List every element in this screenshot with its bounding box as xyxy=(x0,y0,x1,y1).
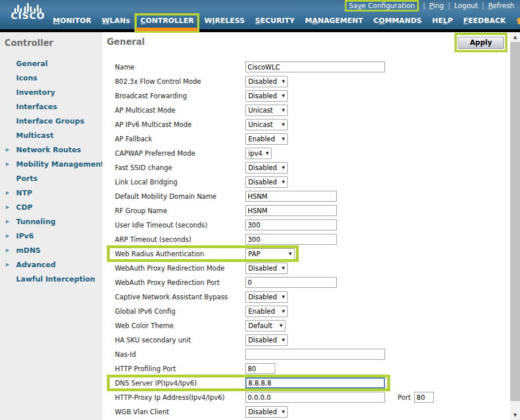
select-broadcast-forwarding[interactable]: Disabled▼ xyxy=(245,90,288,102)
chevron-down-icon: ▼ xyxy=(282,309,285,314)
sidebar-item-ipv6[interactable]: ▶IPv6 xyxy=(0,229,102,243)
tab-help[interactable]: HELP xyxy=(432,16,453,25)
input-user-idle-timeout-seconds[interactable] xyxy=(245,219,337,230)
main-content: General Apply Name802.3x Flow Control Mo… xyxy=(102,32,510,420)
apply-button[interactable]: Apply xyxy=(458,37,504,49)
input-nas-id[interactable] xyxy=(245,349,385,360)
sidebar-item-label: Multicast xyxy=(16,131,53,140)
select-value: Disabled xyxy=(248,336,277,344)
utility-links: Save Configuration|Ping|Logout|Refresh xyxy=(345,2,514,10)
sidebar-item-lawful-interception[interactable]: Lawful Interception xyxy=(0,272,102,286)
select-ap-fallback[interactable]: Enabled▼ xyxy=(245,133,288,145)
sidebar-item-inventory[interactable]: Inventory xyxy=(0,85,102,99)
tab-wlans[interactable]: WLANs xyxy=(102,16,130,25)
expand-arrow-icon[interactable]: ▶ xyxy=(6,142,9,157)
select-captive-network-assistant-bypass[interactable]: Disabled▼ xyxy=(245,291,288,303)
sidebar-item-ntp[interactable]: ▶NTP xyxy=(0,186,102,200)
chevron-down-icon: ▼ xyxy=(282,94,285,98)
select-web-radius-authentication[interactable]: PAP▼ xyxy=(245,248,295,260)
expand-arrow-icon[interactable]: ▶ xyxy=(6,257,9,272)
sidebar-item-interface-groups[interactable]: Interface Groups xyxy=(0,114,102,128)
input-arp-timeout-seconds[interactable] xyxy=(245,234,337,245)
utility-link-logout[interactable]: Logout xyxy=(454,2,478,10)
tab-feedback[interactable]: FEEDBACK xyxy=(463,16,506,25)
utility-separator: | xyxy=(423,2,425,10)
sidebar-item-multicast[interactable]: Multicast xyxy=(0,128,102,142)
input-dns-server-ip-ipv4-ipv6[interactable] xyxy=(245,377,385,388)
tab-wireless[interactable]: WIRELESS xyxy=(204,16,245,25)
select-link-local-bridging[interactable]: Disabled▼ xyxy=(245,176,288,188)
sidebar-item-mobility-management[interactable]: ▶Mobility Management xyxy=(0,157,102,171)
select-value: Unicast xyxy=(248,121,273,129)
select-webauth-proxy-redirection-mode[interactable]: Disabled▼ xyxy=(245,263,288,274)
expand-arrow-icon[interactable]: ▶ xyxy=(6,214,9,229)
input-http-proxy-ip-address-ipv4-ipv6[interactable] xyxy=(245,392,385,403)
expand-arrow-icon[interactable]: ▶ xyxy=(6,186,9,200)
scroll-up-icon[interactable]: ▲ xyxy=(510,32,520,42)
input-default-mobility-domain-name[interactable] xyxy=(245,191,337,202)
select-fast-ssid-change[interactable]: Disabled▼ xyxy=(245,162,288,174)
utility-link-refresh[interactable]: Refresh xyxy=(488,2,514,10)
select-value: Disabled xyxy=(248,178,277,186)
sidebar-title: Controller xyxy=(0,32,102,48)
select-ap-ipv6-multicast-mode[interactable]: Unicast▼ xyxy=(245,119,288,130)
select-ha-sku-secondary-unit[interactable]: Disabled▼ xyxy=(245,334,288,346)
input-http-proxy-ip-address-ipv4-ipv6-port[interactable] xyxy=(414,392,434,403)
select-capwap-preferred-mode[interactable]: ipv4▼ xyxy=(245,148,272,159)
field-label: HA SKU secondary unit xyxy=(115,336,245,344)
sidebar-item-ports[interactable]: Ports xyxy=(0,171,102,186)
scrollbar-thumb[interactable] xyxy=(510,42,520,401)
sidebar-item-tunneling[interactable]: ▶Tunneling xyxy=(0,214,102,229)
sidebar-item-general[interactable]: General xyxy=(0,56,102,71)
sidebar-item-label: mDNS xyxy=(16,246,41,255)
sidebar-item-network-routes[interactable]: ▶Network Routes xyxy=(0,142,102,157)
input-http-profiling-port[interactable] xyxy=(245,363,275,374)
field-label: AP Fallback xyxy=(115,135,245,143)
app-header: CISCO Save Configuration|Ping|Logout|Ref… xyxy=(0,0,520,32)
field-label: 802.3x Flow Control Mode xyxy=(115,78,245,86)
expand-arrow-icon[interactable]: ▶ xyxy=(6,157,9,171)
sidebar-item-label: Network Routes xyxy=(16,145,81,154)
tab-management[interactable]: MANAGEMENT xyxy=(305,16,363,25)
select-wgb-vlan-client[interactable]: Disabled▼ xyxy=(245,406,288,418)
expand-arrow-icon[interactable]: ▶ xyxy=(6,243,9,257)
sidebar-item-icons[interactable]: Icons xyxy=(0,71,102,85)
form-row-802-3x-flow-control-mode: 802.3x Flow Control ModeDisabled▼ xyxy=(115,74,506,88)
input-webauth-proxy-redirection-port[interactable] xyxy=(245,277,337,288)
expand-arrow-icon[interactable]: ▶ xyxy=(6,200,9,214)
form-row-captive-network-assistant-bypass: Captive Network Assistant BypassDisabled… xyxy=(115,290,506,304)
field-label: HTTP Profiling Port xyxy=(115,365,245,373)
brand-name: CISCO xyxy=(6,12,49,20)
form-row-fast-ssid-change: Fast SSID changeDisabled▼ xyxy=(115,160,506,175)
field-label: Global IPv6 Config xyxy=(115,307,245,315)
tab-security[interactable]: SECURITY xyxy=(255,16,295,25)
select-value: Disabled xyxy=(248,164,277,172)
tab-monitor[interactable]: MONITOR xyxy=(53,16,91,25)
tab-label: SECURITY xyxy=(255,16,295,25)
select-web-color-theme[interactable]: Default▼ xyxy=(245,320,286,332)
select-global-ipv6-config[interactable]: Enabled▼ xyxy=(245,306,288,317)
tab-home[interactable]: Home xyxy=(516,16,520,25)
input-name[interactable] xyxy=(245,61,385,72)
tab-controller[interactable]: CONTROLLER xyxy=(134,13,199,33)
chevron-down-icon: ▼ xyxy=(280,323,283,328)
sidebar-item-label: Tunneling xyxy=(16,217,56,226)
sidebar-item-label: General xyxy=(16,59,48,68)
select-ap-multicast-mode[interactable]: Unicast▼ xyxy=(245,105,288,116)
utility-link-save-configuration[interactable]: Save Configuration xyxy=(345,0,419,11)
sidebar-item-mdns[interactable]: ▶mDNS xyxy=(0,243,102,257)
form-row-nas-id: Nas-Id xyxy=(115,347,506,361)
select-value: Default xyxy=(248,322,272,330)
select-802-3x-flow-control-mode[interactable]: Disabled▼ xyxy=(245,76,288,87)
scroll-down-icon[interactable]: ▼ xyxy=(510,410,520,420)
sidebar-item-cdp[interactable]: ▶CDP xyxy=(0,200,102,214)
sidebar-list: GeneralIconsInventoryInterfacesInterface… xyxy=(0,56,102,286)
chevron-down-icon: ▼ xyxy=(282,108,285,113)
sidebar-item-interfaces[interactable]: Interfaces xyxy=(0,99,102,114)
utility-link-ping[interactable]: Ping xyxy=(429,2,444,10)
input-rf-group-name[interactable] xyxy=(245,205,337,216)
sidebar-item-advanced[interactable]: ▶Advanced xyxy=(0,257,102,272)
expand-arrow-icon[interactable]: ▶ xyxy=(6,229,9,243)
field-label: RF Group Name xyxy=(115,207,245,215)
tab-commands[interactable]: COMMANDS xyxy=(373,16,422,25)
